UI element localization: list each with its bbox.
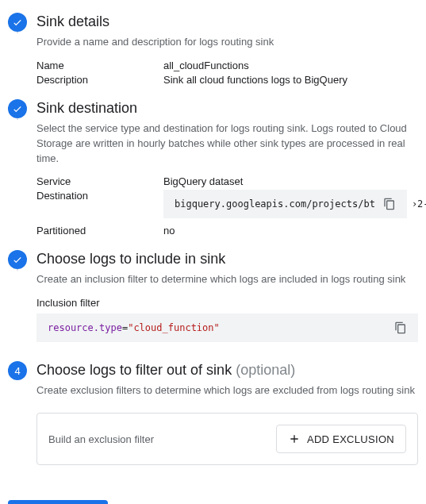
inclusion-filter-label: Inclusion filter	[36, 297, 418, 309]
step-complete-icon	[8, 13, 27, 32]
filter-string: "cloud_function"	[128, 322, 220, 333]
step-indicator	[8, 99, 27, 118]
partitioned-value: no	[163, 225, 426, 237]
step-sink-destination: Sink destination Select the service type…	[8, 99, 418, 251]
plus-icon	[288, 433, 301, 445]
step-include-logs: Choose logs to include in sink Create an…	[8, 250, 418, 361]
step-optional: (optional)	[236, 362, 295, 378]
step-help: Create exclusion filters to determine wh…	[36, 383, 418, 398]
step-sink-details: Sink details Provide a name and descript…	[8, 13, 418, 99]
step-complete-icon	[8, 99, 27, 118]
step-exclude-logs: 4 Choose logs to filter out of sink (opt…	[8, 361, 418, 476]
step-help: Create an inclusion filter to determine …	[36, 272, 418, 287]
destination-tail: ›2-	[412, 198, 426, 210]
step-indicator	[8, 13, 27, 32]
description-value: Sink all cloud functions logs to BigQuer…	[163, 74, 418, 86]
inclusion-filter-code: resource.type="cloud_function"	[36, 314, 418, 342]
step-complete-icon	[8, 250, 27, 269]
step-help: Provide a name and description for logs …	[36, 35, 418, 50]
add-exclusion-label: ADD EXCLUSION	[307, 433, 394, 445]
step-title: Sink destination	[36, 100, 426, 117]
destination-value: bigquery.googleapis.com/projects/bt	[175, 198, 375, 210]
footer-actions: CREATE SINK CANCEL	[8, 500, 418, 504]
cancel-button[interactable]: CANCEL	[127, 500, 180, 504]
destination-label: Destination	[36, 190, 163, 218]
description-label: Description	[36, 74, 163, 86]
step-title: Choose logs to include in sink	[36, 251, 418, 267]
step-title: Sink details	[36, 13, 418, 30]
name-label: Name	[36, 60, 163, 71]
name-value: all_cloudFunctions	[163, 60, 418, 71]
exclusion-filter-box: Build an exclusion filter ADD EXCLUSION	[36, 413, 418, 465]
step-title-text: Choose logs to filter out of sink	[36, 362, 232, 378]
partitioned-label: Partitioned	[36, 225, 163, 237]
copy-icon[interactable]	[394, 321, 407, 334]
exclusion-hint: Build an exclusion filter	[48, 433, 154, 445]
step-title: Choose logs to filter out of sink (optio…	[36, 362, 418, 379]
copy-icon[interactable]	[383, 198, 396, 210]
filter-keyword: resource.type	[48, 322, 122, 333]
step-number-icon: 4	[8, 361, 27, 380]
create-sink-button[interactable]: CREATE SINK	[8, 500, 108, 504]
step-indicator	[8, 250, 27, 269]
service-value: BigQuery dataset	[163, 175, 426, 187]
add-exclusion-button[interactable]: ADD EXCLUSION	[276, 425, 406, 453]
step-help: Select the service type and destination …	[36, 121, 426, 167]
step-indicator: 4	[8, 361, 27, 380]
service-label: Service	[36, 175, 163, 187]
step-number: 4	[14, 365, 20, 377]
